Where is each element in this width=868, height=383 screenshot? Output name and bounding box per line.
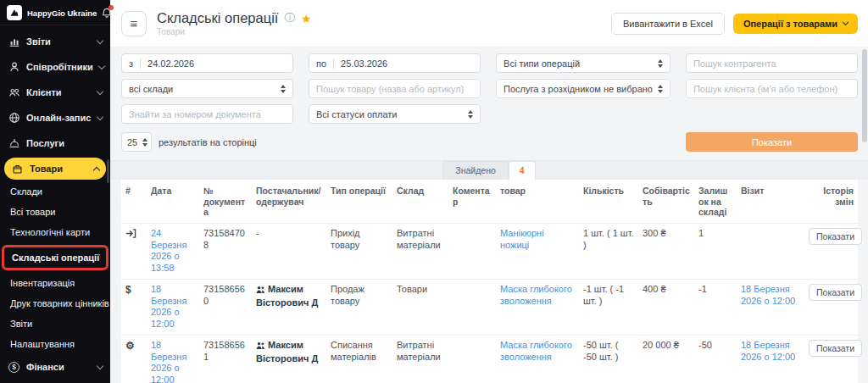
counterparty-search-field[interactable] [686,53,858,73]
filters-panel: з 24.02.2026 по 25.03.2026 Всі типи опер… [110,47,868,124]
cell-stock-balance: -1 [694,279,737,335]
cell-cost: 400 ₴ [638,279,694,335]
col-header-history: Історія змін [804,180,858,223]
document-number-field[interactable] [121,104,293,124]
page-title: Складські операції [157,10,278,26]
warehouse-select[interactable]: всі склади [121,79,293,98]
sidebar: HappyGio Ukraine Звіти Співробітники [0,0,110,383]
sidebar-subitem-all-products[interactable]: Всі товари [0,202,110,222]
favorite-star-icon[interactable]: ★ [301,12,312,25]
select-arrows-icon [658,59,663,68]
payment-status-select[interactable]: Всі статуси оплати [309,104,481,124]
operation-date-link[interactable]: 24 Березня 2026 о 13:58 [151,228,186,273]
visit-link[interactable]: 18 Березня 2026 о 12:00 [741,284,795,306]
export-excel-button[interactable]: Вивантажити в Excel [611,13,725,35]
operation-type-select[interactable]: Всі типи операцій [496,53,670,73]
cell-counterparty: Максим Вісторович Д [252,335,326,383]
table-row: $ 18 Березня 2026 о 12:00 731586560 Макс… [121,279,858,335]
cell-comment [448,223,496,279]
history-show-button[interactable]: Показати [809,228,862,245]
cell-quantity: -1 шт. ( -1 шт. ) [579,279,638,335]
tabs-bar: Знайдено 4 [110,160,868,180]
date-to-field[interactable]: по 25.03.2026 [309,53,481,73]
product-link[interactable]: Манікюрні ножиці [500,228,544,250]
tab-found-count[interactable]: 4 [509,161,536,180]
app-logo[interactable] [7,5,22,20]
tab-found[interactable]: Знайдено [442,161,508,180]
client-group-icon [256,286,265,297]
sidebar-item-finances[interactable]: $ Фінанси [0,354,110,380]
page-header: ≡ Складські операції ⓘ ★ Товари Вивантаж… [110,0,868,47]
product-link[interactable]: Маска глибокого зволоження [500,340,572,362]
show-button[interactable]: Показати [686,132,858,152]
table-row: 24 Березня 2026 о 13:58 731584708 - Прих… [121,223,858,279]
sidebar-subitem-reports[interactable]: Звіти [0,314,110,334]
history-show-button[interactable]: Показати [809,284,862,301]
cell-doc-number: 731586560 [199,279,252,335]
cell-quantity: 1 шт. ( 1 шт. ) [579,223,638,279]
sidebar-subitem-price-tags[interactable]: Друк товарних цінників [0,293,110,314]
per-page-select[interactable]: 25 [121,132,152,152]
col-header-num: # [121,180,147,223]
sidebar-item-products[interactable]: Товари [4,158,106,180]
product-search-field[interactable] [309,79,481,98]
sidebar-item-online-booking[interactable]: Онлайн-запис [0,105,110,130]
select-arrows-icon [468,110,473,119]
history-show-button[interactable]: Показати [809,340,862,357]
chevron-down-icon [98,62,105,69]
cell-doc-number: 731586561 [199,335,252,383]
cell-warehouse: Товари [392,279,448,335]
hamburger-icon: ≡ [131,16,138,31]
consumable-service-select[interactable]: Послуга з розхідником не вибрано [496,79,670,98]
sidebar-subitem-inventory[interactable]: Інвентаризація [0,273,110,293]
sidebar-item-label: Послуги [26,138,103,148]
sidebar-item-reports[interactable]: Звіти [0,29,110,54]
sidebar-subitem-warehouses[interactable]: Склади [0,181,110,202]
app-root: HappyGio Ukraine Звіти Співробітники [0,0,868,383]
service-bell-icon [8,137,20,150]
sidebar-item-label: Співробітники [26,62,93,72]
sidebar-item-label: Фінанси [26,362,92,372]
operation-date-link[interactable]: 18 Березня 2026 о 12:00 [151,284,186,329]
per-page-label: результатів на сторінці [159,137,257,147]
counterparty-search-input[interactable] [693,58,850,69]
cell-warehouse: Витратні матеріали [392,223,448,279]
cell-operation-type: Прихід товару [326,223,392,279]
cell-operation-type: Списання матеріалів [326,335,392,383]
operation-type-value: Всі типи операцій [504,58,653,69]
product-link[interactable]: Маска глибокого зволоження [500,284,572,306]
menu-toggle-button[interactable]: ≡ [121,11,147,36]
client-search-input[interactable] [693,84,850,94]
sidebar-item-clients[interactable]: Клієнти [0,80,110,105]
col-header-balance: Залишок на складі [694,180,737,223]
date-from-field[interactable]: з 24.02.2026 [121,53,293,73]
sidebar-item-employees[interactable]: Співробітники [0,54,110,80]
payment-status-value: Всі статуси оплати [316,109,463,119]
people-icon [8,86,20,99]
cell-counterparty: - [252,223,326,279]
finance-icon: $ [8,361,20,374]
sidebar-subitem-settings[interactable]: Налаштування [0,334,110,354]
page-scrollbar[interactable] [862,49,867,142]
sidebar-item-services[interactable]: Послуги [0,130,110,156]
product-search-input[interactable] [316,84,473,94]
product-operations-button[interactable]: Операції з товарами [733,14,858,34]
sidebar-item-label: Онлайн-запис [26,113,92,123]
sidebar-subitem-tech-cards[interactable]: Технологічні карти [0,222,110,242]
client-search-field[interactable] [686,79,858,98]
sidebar-scrollbar[interactable] [107,159,109,183]
operation-date-link[interactable]: 18 Березня 2026 о 12:00 [151,340,186,383]
sidebar-item-label: Клієнти [26,87,92,97]
table-header-row: # Дата № документа Постачальник/одержува… [121,180,858,223]
visit-link[interactable]: 18 Березня 2026 о 12:00 [741,340,795,362]
document-number-input[interactable] [129,109,286,119]
sale-dollar-icon: $ [125,284,131,296]
date-from-value: 24.02.2026 [147,58,286,69]
select-arrows-icon [142,138,147,147]
cell-operation-type: Продаж товару [326,279,392,335]
notifications-bell-icon[interactable] [102,7,113,19]
cell-cost: 20 000 ₴ [638,335,694,383]
sidebar-subitem-warehouse-operations[interactable]: Складські операції [2,245,108,270]
cell-counterparty: Максим Вісторович Д [252,279,326,335]
info-icon[interactable]: ⓘ [284,11,295,25]
